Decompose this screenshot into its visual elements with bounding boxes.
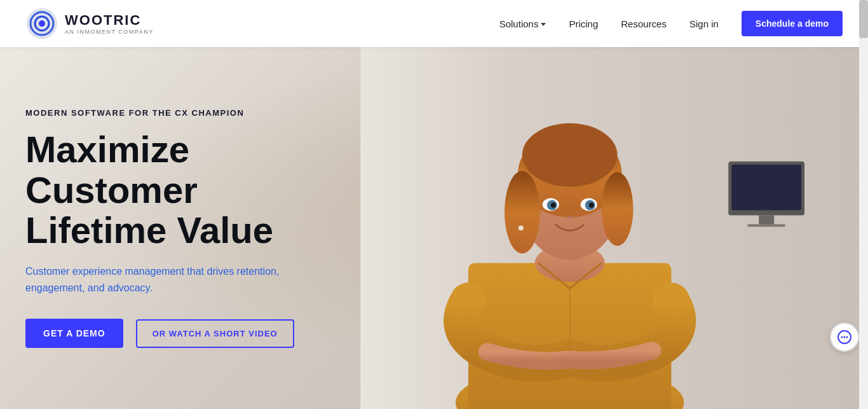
hero-cta-buttons: GET A DEMO OR WATCH A SHORT VIDEO (25, 319, 343, 348)
chevron-down-icon (541, 23, 546, 26)
svg-point-3 (39, 20, 45, 27)
svg-point-17 (522, 123, 618, 187)
scrollbar-track[interactable] (859, 0, 868, 409)
wootric-logo-icon (25, 7, 58, 40)
svg-rect-7 (731, 165, 801, 211)
hero-eyebrow: MODERN SOFTWARE FOR THE CX CHAMPION (25, 108, 343, 118)
logo-name: WOOTRIC (65, 12, 154, 29)
svg-point-46 (844, 336, 846, 338)
svg-point-22 (551, 203, 556, 208)
svg-point-15 (505, 171, 540, 254)
logo[interactable]: WOOTRIC AN INMOMENT COMPANY (25, 7, 154, 40)
svg-point-28 (519, 226, 524, 231)
svg-point-45 (841, 336, 843, 338)
nav-solutions[interactable]: Solutions (499, 18, 546, 29)
scrollbar-thumb[interactable] (859, 0, 868, 38)
nav-pricing[interactable]: Pricing (569, 18, 598, 29)
nav-links: Solutions Pricing Resources Sign in Sche… (499, 11, 843, 36)
svg-point-23 (589, 203, 594, 208)
hero-content: MODERN SOFTWARE FOR THE CX CHAMPION Maxi… (0, 108, 369, 349)
svg-point-47 (846, 336, 848, 338)
logo-subtitle: AN INMOMENT COMPANY (65, 29, 154, 35)
nav-signin[interactable]: Sign in (689, 18, 719, 29)
svg-point-25 (540, 212, 543, 215)
svg-point-24 (567, 216, 573, 219)
svg-point-16 (602, 172, 634, 246)
svg-rect-8 (759, 216, 774, 225)
navbar: WOOTRIC AN INMOMENT COMPANY Solutions Pr… (0, 0, 868, 47)
hero-description: Customer experience management that driv… (25, 263, 318, 296)
get-demo-button[interactable]: GET A DEMO (25, 319, 123, 348)
hero-background-image (304, 47, 868, 409)
schedule-demo-button[interactable]: Schedule a demo (742, 11, 843, 36)
watch-video-button[interactable]: OR WATCH A SHORT VIDEO (136, 319, 294, 348)
svg-rect-9 (747, 225, 785, 227)
chat-widget-button[interactable] (830, 322, 859, 352)
nav-resources[interactable]: Resources (621, 18, 667, 29)
hero-title: Maximize Customer Lifetime Value (25, 129, 343, 251)
chat-icon (837, 329, 852, 345)
svg-point-27 (591, 214, 593, 216)
svg-point-26 (546, 218, 548, 219)
hero-section: MODERN SOFTWARE FOR THE CX CHAMPION Maxi… (0, 47, 868, 409)
